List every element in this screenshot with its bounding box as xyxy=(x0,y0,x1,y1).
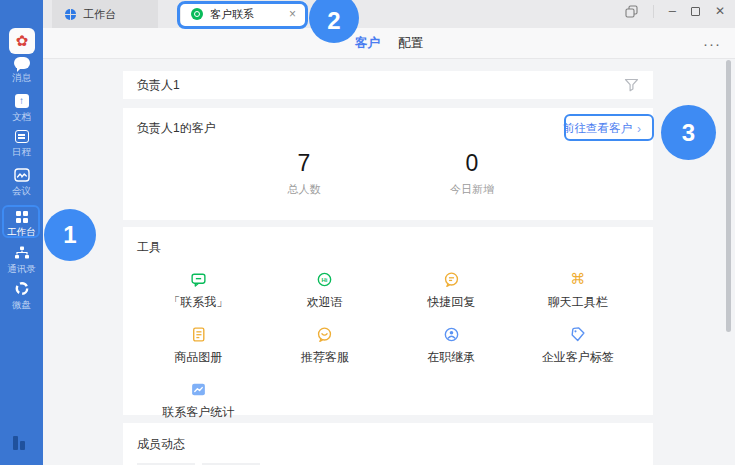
content-header: 客户 配置 ··· xyxy=(43,28,735,59)
view-customers-link[interactable]: 前往查看客户 › xyxy=(563,121,641,136)
sidebar-item-docs[interactable]: ↑ 文档 xyxy=(0,94,43,124)
stat-label: 总人数 xyxy=(234,182,374,197)
tool-label: 在职继承 xyxy=(427,349,475,366)
filter-funnel-icon[interactable] xyxy=(624,78,639,92)
tool-welcome-message[interactable]: Hi 欢迎语 xyxy=(262,270,389,311)
sidebar-item-workbench[interactable]: 工作台 xyxy=(0,211,43,239)
stat-label: 今日新增 xyxy=(402,182,542,197)
stat-value: 7 xyxy=(234,150,374,177)
sidebar-item-calendar[interactable]: 日程 xyxy=(0,130,43,159)
tool-chat-toolbar[interactable]: ⌘ 聊天工具栏 xyxy=(515,270,642,311)
header-tabs: 客户 配置 xyxy=(43,28,735,58)
workbench-grid-icon xyxy=(16,211,28,223)
avatar[interactable]: ✿ xyxy=(9,28,35,54)
tool-customer-stats[interactable]: 联系客户统计 xyxy=(135,380,262,421)
close-tab-icon[interactable]: × xyxy=(289,7,296,21)
customer-stats: 7 总人数 0 今日新增 xyxy=(123,150,653,197)
tab-label: 客户联系 xyxy=(210,7,282,22)
org-chart-icon xyxy=(14,246,30,260)
usage-stats-icon[interactable] xyxy=(13,436,25,450)
sidebar-item-label: 微盘 xyxy=(12,299,31,312)
stat-total: 7 总人数 xyxy=(234,150,374,197)
tab-workbench[interactable]: 工作台 xyxy=(52,0,158,28)
owner-title: 负责人1 xyxy=(137,77,624,94)
more-options-icon[interactable]: ··· xyxy=(703,28,721,58)
wedrive-icon xyxy=(14,281,30,296)
tool-label: 企业客户标签 xyxy=(542,349,614,366)
owner-filter-card: 负责人1 xyxy=(123,71,653,99)
workbench-logo-icon xyxy=(65,9,76,20)
tool-label: 欢迎语 xyxy=(307,294,343,311)
sidebar-item-drive[interactable]: 微盘 xyxy=(0,281,43,312)
tool-label: 快捷回复 xyxy=(427,294,475,311)
vertical-scrollbar-thumb[interactable] xyxy=(726,60,731,332)
tools-grid: 「联系我」 Hi 欢迎语 快捷回复 ⌘ 聊天工具栏 xyxy=(123,270,653,421)
tab-config[interactable]: 配置 xyxy=(398,35,423,52)
chevron-right-icon: › xyxy=(637,122,641,136)
customer-stats-icon xyxy=(190,380,207,398)
window-tab-strip: 工作台 客户联系 × – ✕ xyxy=(43,0,735,28)
owner-customers-card: 负责人1的客户 前往查看客户 › 7 总人数 0 今日新增 xyxy=(123,108,653,220)
member-activity-title: 成员动态 xyxy=(123,423,653,453)
tab-customer-contact[interactable]: 客户联系 × xyxy=(181,1,306,27)
calendar-icon xyxy=(15,130,29,143)
customers-card-title: 负责人1的客户 xyxy=(137,120,216,137)
sidebar-item-meetings[interactable]: 会议 xyxy=(0,168,43,198)
window-controls: – ✕ xyxy=(625,0,725,22)
contact-me-icon xyxy=(190,270,207,288)
tool-customer-tag[interactable]: 企业客户标签 xyxy=(515,325,642,366)
link-label: 前往查看客户 xyxy=(563,121,632,136)
maximize-button[interactable] xyxy=(691,7,700,16)
welcome-icon: Hi xyxy=(316,270,333,288)
tool-quick-reply[interactable]: 快捷回复 xyxy=(388,270,515,311)
tool-job-inherit[interactable]: 在职继承 xyxy=(388,325,515,366)
member-activity-card: 成员动态 xyxy=(123,423,653,465)
wecom-app-window: ✿ 消息 ↑ 文档 日程 会议 工作台 xyxy=(0,0,735,465)
minimize-button[interactable]: – xyxy=(669,6,676,16)
sidebar-item-contacts[interactable]: 通讯录 xyxy=(0,246,43,276)
sidebar-item-label: 消息 xyxy=(12,72,31,85)
divider xyxy=(653,5,654,18)
sidebar-item-label: 日程 xyxy=(12,146,31,159)
stat-value: 0 xyxy=(402,150,542,177)
svg-text:Hi: Hi xyxy=(322,276,328,282)
sidebar-item-label: 通讯录 xyxy=(7,263,36,276)
quick-reply-icon xyxy=(443,270,460,288)
tool-product-catalog[interactable]: 商品图册 xyxy=(135,325,262,366)
document-icon: ↑ xyxy=(15,94,29,108)
main-content: 负责人1 负责人1的客户 前往查看客户 › 7 总人数 0 今日 xyxy=(43,59,735,465)
sidebar-item-label: 会议 xyxy=(12,185,31,198)
tool-recommend-service[interactable]: 推荐客服 xyxy=(262,325,389,366)
tool-contact-me[interactable]: 「联系我」 xyxy=(135,270,262,311)
inherit-icon xyxy=(443,325,460,343)
sidebar-item-label: 工作台 xyxy=(7,226,36,239)
activity-filter-stubs xyxy=(123,453,653,465)
sidebar-item-label: 文档 xyxy=(12,111,31,124)
tools-title: 工具 xyxy=(123,227,653,256)
tab-customers[interactable]: 客户 xyxy=(355,35,380,52)
flower-avatar-icon: ✿ xyxy=(16,32,29,50)
popout-window-icon[interactable] xyxy=(625,5,638,18)
customer-tag-icon xyxy=(569,325,586,343)
tab-label: 工作台 xyxy=(83,7,116,22)
meeting-icon xyxy=(14,168,30,182)
chat-bubble-icon xyxy=(14,57,30,69)
tools-card: 工具 「联系我」 Hi 欢迎语 xyxy=(123,227,653,415)
tool-label: 聊天工具栏 xyxy=(548,294,608,311)
product-catalog-icon xyxy=(190,325,207,343)
app-sidebar: ✿ 消息 ↑ 文档 日程 会议 工作台 xyxy=(0,0,43,465)
tool-label: 「联系我」 xyxy=(168,294,228,311)
sidebar-item-messages[interactable]: 消息 xyxy=(0,57,43,85)
tool-label: 商品图册 xyxy=(174,349,222,366)
tool-label: 联系客户统计 xyxy=(162,404,234,421)
customer-contact-logo-icon xyxy=(191,8,203,20)
stat-new-today: 0 今日新增 xyxy=(402,150,542,197)
close-window-button[interactable]: ✕ xyxy=(715,4,725,18)
tool-label: 推荐客服 xyxy=(301,349,349,366)
recommend-service-icon xyxy=(316,325,333,343)
chat-toolbar-icon: ⌘ xyxy=(570,270,585,288)
